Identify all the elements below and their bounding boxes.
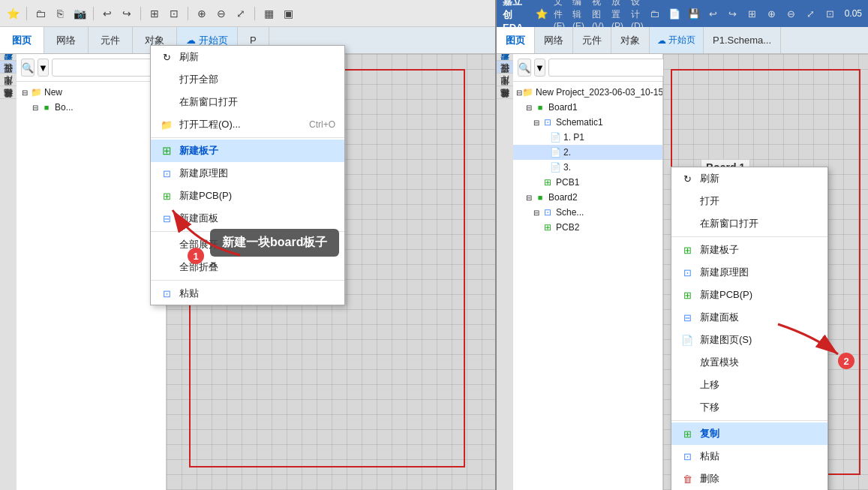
camera-icon[interactable]: 📷 xyxy=(71,5,88,22)
right-search-button[interactable]: 🔍 xyxy=(518,59,531,77)
right-tree-label-p2: 2. xyxy=(563,147,571,158)
right-tab-schematic[interactable]: P1.Schema... xyxy=(704,27,781,53)
ctx-open-project[interactable]: 📁 打开工程(O)... Ctrl+O xyxy=(151,113,344,136)
tree-item-board[interactable]: ⊟ ■ Bo... xyxy=(17,100,166,115)
right-expand-schematic1[interactable]: ⊟ xyxy=(531,119,542,127)
right-copy-icon: ⊞ xyxy=(680,427,694,440)
right-ctx-open-new-window[interactable]: 在新窗口打开 xyxy=(671,212,827,235)
ctx-refresh[interactable]: ↻ 刷新 xyxy=(151,54,344,68)
left-top-toolbar: ⭐ 🗀 ⎘ 📷 ↩ ↪ ⊞ ⊡ ⊕ ⊖ ⤢ ▦ ▣ xyxy=(0,0,495,27)
right-tree-item-pcb2[interactable]: ⊞ PCB2 xyxy=(513,220,662,235)
expand-icon-board[interactable]: ⊟ xyxy=(30,104,41,112)
right-save-icon[interactable]: 💾 xyxy=(686,5,702,22)
right-ctx-new-schematic[interactable]: ⊡ 新建原理图 xyxy=(671,261,827,284)
ctx-paste[interactable]: ⊡ 粘贴 xyxy=(151,282,344,305)
right-ctx-new-pcb[interactable]: ⊞ 新建PCB(P) xyxy=(671,284,827,306)
ctx-new-board[interactable]: ⊞ 新建板子 xyxy=(151,140,344,162)
tab-component[interactable]: 元件 xyxy=(89,27,133,53)
right-tab-home[interactable]: ☁ 开始页 xyxy=(650,27,704,53)
sidebar-item-all-projects[interactable]: 所有工程 xyxy=(0,60,17,73)
right-tree-item-project[interactable]: ⊟ 📁 New Project_2023-06-03_10-15-28 xyxy=(513,85,662,100)
redo-icon[interactable]: ↪ xyxy=(119,5,135,22)
right-sidebar-all-projects[interactable]: 所有工程 xyxy=(497,60,513,73)
right-tree-item-sche[interactable]: ⊟ ⊡ Sche... xyxy=(513,205,662,220)
right-open-icon xyxy=(680,194,694,208)
right-new-icon[interactable]: 📄 xyxy=(666,5,683,22)
expand-all-icon xyxy=(160,238,173,251)
sidebar-item-component-standard[interactable]: 器件标准化 xyxy=(0,98,17,111)
right-tree-item-p3[interactable]: 📄 3. xyxy=(513,160,662,175)
right-tree-item-board1[interactable]: ⊟ ■ Board1 xyxy=(513,100,662,115)
right-expand-board1[interactable]: ⊟ xyxy=(524,104,534,112)
right-tab-pages[interactable]: 图页 xyxy=(497,27,535,53)
sidebar-item-common-lib[interactable]: 常用库 xyxy=(0,86,17,98)
ctx-new-panel[interactable]: ⊟ 新建面板 xyxy=(151,207,344,230)
ctx-open-all[interactable]: 打开全部 xyxy=(151,68,344,91)
zoom-in-icon[interactable]: ⊕ xyxy=(194,5,210,22)
sidebar-item-project-design[interactable]: 工程设计 xyxy=(0,73,17,86)
expand-icon[interactable]: ⊟ xyxy=(20,89,30,97)
tab-pages[interactable]: 图页 xyxy=(0,27,44,53)
right-fit-icon[interactable]: ⤢ xyxy=(803,5,819,22)
right-tree-item-board2[interactable]: ⊟ ■ Board2 xyxy=(513,190,662,205)
right-home-label: 开始页 xyxy=(668,34,695,47)
right-tab-component[interactable]: 元件 xyxy=(573,27,611,53)
right-sidebar-component-standard[interactable]: 器件标准化 xyxy=(497,98,513,111)
tab-net[interactable]: 网络 xyxy=(44,27,89,53)
ctx-new-schematic[interactable]: ⊡ 新建原理图 xyxy=(151,162,344,185)
right-expand-board2[interactable]: ⊟ xyxy=(524,194,534,202)
right-ctx-delete[interactable]: 🗑 删除 xyxy=(671,467,827,490)
right-ctx-move-down[interactable]: 下移 xyxy=(671,396,827,419)
right-sidebar-project-design[interactable]: 工程设计 xyxy=(497,73,513,86)
undo-icon[interactable]: ↩ xyxy=(99,5,116,22)
right-grid-icon[interactable]: ⊞ xyxy=(744,5,761,22)
folder-icon[interactable]: 🗀 xyxy=(32,5,49,22)
right-undo-icon[interactable]: ↩ xyxy=(705,5,722,22)
layout2-icon[interactable]: ▣ xyxy=(280,5,296,22)
ctx-open-new-window[interactable]: 在新窗口打开 xyxy=(151,91,344,113)
right-move-up-icon xyxy=(680,378,694,392)
right-ctx-refresh[interactable]: ↻ 刷新 xyxy=(671,167,827,190)
right-zoom-in-icon[interactable]: ⊕ xyxy=(764,5,780,22)
grid2-icon[interactable]: ⊡ xyxy=(166,5,182,22)
right-sidebar-common-lib[interactable]: 常用库 xyxy=(497,86,513,98)
layout-icon[interactable]: ▦ xyxy=(260,5,277,22)
grid-icon[interactable]: ⊞ xyxy=(146,5,163,22)
right-ctx-place-module[interactable]: 放置模块 xyxy=(671,351,827,374)
right-ctx-open[interactable]: 打开 xyxy=(671,190,827,212)
right-tab-object[interactable]: 对象 xyxy=(611,27,650,53)
right-ctx-paste[interactable]: ⊡ 粘贴 xyxy=(671,445,827,467)
right-ctx-copy[interactable]: ⊞ 复制 xyxy=(671,422,827,445)
right-tab-net[interactable]: 网络 xyxy=(535,27,573,53)
right-zoom-out-icon[interactable]: ⊖ xyxy=(783,5,800,22)
search-button[interactable]: 🔍 xyxy=(21,59,35,77)
right-search-input[interactable] xyxy=(548,59,671,77)
right-cloud-icon: ☁ xyxy=(657,35,666,46)
sep5 xyxy=(254,7,255,20)
right-settings-icon[interactable]: ⊡ xyxy=(822,5,839,22)
right-tree-item-p2[interactable]: 📄 2. xyxy=(513,145,662,160)
right-folder-icon[interactable]: 🗀 xyxy=(647,5,663,22)
tree-item-new[interactable]: ⊟ 📁 New xyxy=(17,85,166,100)
right-ctx-new-board[interactable]: ⊞ 新建板子 xyxy=(671,239,827,261)
right-pcb2-icon: ⊞ xyxy=(542,221,554,233)
right-redo-icon[interactable]: ↪ xyxy=(725,5,741,22)
right-expand-project[interactable]: ⊟ xyxy=(516,89,522,97)
filter-button[interactable]: ▼ xyxy=(38,59,49,77)
fit-icon[interactable]: ⤢ xyxy=(233,5,249,22)
right-expand-sche[interactable]: ⊟ xyxy=(531,209,542,217)
left-main-content: 所有工程 工程设计 常用库 器件标准化 🔍 ▼ 🔍 ⊟ 📁 New xyxy=(0,54,495,490)
right-ctx-new-page[interactable]: 📄 新建图页(S) xyxy=(671,329,827,351)
right-ctx-new-panel[interactable]: ⊟ 新建面板 xyxy=(671,306,827,329)
right-sche-icon: ⊡ xyxy=(542,206,554,218)
right-tree-item-pcb1[interactable]: ⊞ PCB1 xyxy=(513,175,662,190)
copy-icon[interactable]: ⎘ xyxy=(52,5,68,22)
right-filter-button[interactable]: ▼ xyxy=(534,59,545,77)
ctx-new-pcb[interactable]: ⊞ 新建PCB(P) xyxy=(151,185,344,207)
right-tree-item-p1[interactable]: 📄 1. P1 xyxy=(513,130,662,145)
right-tree-item-schematic1[interactable]: ⊟ ⊡ Schematic1 xyxy=(513,115,662,130)
right-ctx-move-up[interactable]: 上移 xyxy=(671,374,827,396)
ctx-collapse-all[interactable]: 全部折叠 xyxy=(151,256,344,278)
new-schematic-icon: ⊡ xyxy=(160,167,173,180)
zoom-out-icon[interactable]: ⊖ xyxy=(213,5,230,22)
